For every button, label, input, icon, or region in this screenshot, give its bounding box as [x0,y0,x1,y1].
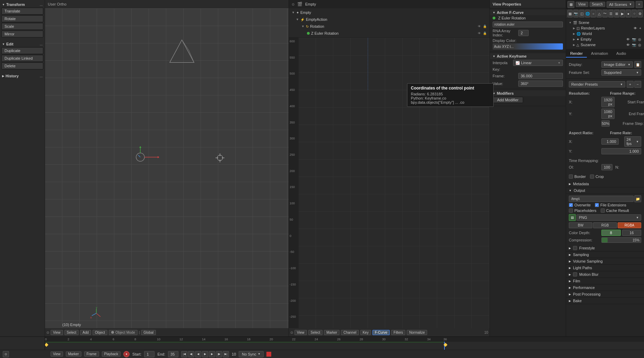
output-path-input[interactable]: /tmp\ [569,196,634,202]
freestyle-chk[interactable] [573,246,577,250]
fc-marker-btn[interactable]: Marker [324,330,339,335]
record-btn[interactable]: ● [123,351,130,357]
value-input[interactable]: 360° [518,80,563,87]
performance-section[interactable]: ▶ Performance [566,284,644,291]
object-mode-dropdown[interactable]: Object Mode [109,330,138,335]
ri-material[interactable]: ● [626,10,631,17]
crop-chk[interactable] [590,174,594,179]
pb-prev-keyframe[interactable]: ◀| [188,351,194,357]
bw-btn[interactable]: BW [569,222,592,228]
pb-view-btn[interactable]: View [51,351,63,357]
depth-16-btn[interactable]: 16 [622,230,642,236]
depth-8-btn[interactable]: 8 [601,230,621,236]
motion-blur-chk[interactable] [573,272,577,276]
rp-remove-btn[interactable]: − [634,81,641,88]
sampling-section[interactable]: ▶ Sampling [566,252,644,258]
post-processing-section[interactable]: ▶ Post Processing [566,291,644,298]
tab-audio[interactable]: Audio [612,50,630,58]
color-bar[interactable]: Auto XYZ t... [493,43,563,50]
vp-view-btn[interactable]: View [51,330,63,335]
ri-world[interactable]: 🌐 [585,10,590,17]
rgba-btn[interactable]: RGBA [618,222,641,228]
pb-prev-frame[interactable]: ◀ [195,351,201,357]
file-ext-chk[interactable]: ✓ [595,203,599,207]
duplicate-button[interactable]: Duplicate [1,47,43,54]
compression-bar[interactable]: 15% [601,237,641,243]
pb-marker-btn[interactable]: Marker [66,351,81,357]
pb-play[interactable]: ▶ [202,351,208,357]
scene-item-world[interactable]: ▶ 🌐 World [567,31,643,36]
scene-item-scene[interactable]: ▼ 🎬 Scene [567,20,643,25]
scene-item-empty[interactable]: ▶ ✦ Empty 👁 📷 ◎ [567,36,643,42]
time-old-input[interactable]: 100 [601,164,612,170]
bake-section[interactable]: ▶ Bake [566,298,644,304]
light-paths-section[interactable]: ▶ Light Paths [566,265,644,271]
tree-item-emptyaction[interactable]: ▼ ⚡ EmptyAction [289,16,489,23]
all-scenes-dropdown[interactable]: All Scenes ▼ [607,1,634,8]
res-y-input[interactable]: 1080 px [601,109,615,119]
format-icon-btn[interactable]: ▤ [569,214,576,221]
fc-key-btn[interactable]: Key [360,330,371,335]
fc-select-btn[interactable]: Select [308,330,323,335]
start-frame-input[interactable]: 1 [144,351,155,357]
mirror-button[interactable]: Mirror [1,31,43,37]
frame-input[interactable]: 36.000 [518,73,563,79]
rgb-btn[interactable]: RGB [593,222,617,228]
pb-jump-end[interactable]: ▶| [223,351,229,357]
render-presets-dropdown[interactable]: Render Presets ▼ [569,81,625,87]
vp-object-btn[interactable]: Object [92,330,107,335]
ri-hair[interactable]: ☰ [608,10,614,17]
ri-mesh[interactable]: △ [597,10,602,17]
film-section[interactable]: ▶ Film [566,278,644,284]
pb-icon1[interactable]: ⊙ [3,351,9,357]
add-modifier-btn[interactable]: Add Modifier [493,97,523,103]
rp-add-btn[interactable]: + [627,81,634,88]
ri-object[interactable]: ○ [591,10,596,17]
display-dropdown[interactable]: Image Editor ▼ [601,61,633,68]
layout-grid-btn[interactable]: ▦ [567,1,574,8]
top-search-btn[interactable]: Search [590,2,606,7]
tree-item-z-euler[interactable]: Z Euler Rotation 👁 🔒 [289,30,489,37]
tree-item-empty[interactable]: ▼ ✦ Empty [289,9,489,16]
ri-particles[interactable]: ⁘ [632,10,637,17]
output-path-browse[interactable]: 📁 [634,195,641,202]
vp-add-btn[interactable]: Add [80,330,91,335]
rna-array-input[interactable]: 2 [518,30,529,36]
end-frame-input[interactable]: 35 [168,351,178,357]
fc-normalize-btn[interactable]: Normalize [407,330,427,335]
motion-blur-section[interactable]: ▶ Motion Blur [566,271,644,278]
freestyle-section[interactable]: ▶ Freestyle [566,245,644,252]
translate-button[interactable]: Translate [1,8,43,15]
ri-grid[interactable]: ▦ [567,10,573,17]
border-chk[interactable] [569,174,573,179]
pb-next-frame[interactable]: ▶ [209,351,215,357]
ri-physics[interactable]: ⚙ [637,10,643,17]
vol-sampling-section[interactable]: ▶ Volume Sampling [566,258,644,265]
rotate-button[interactable]: Rotate [1,15,43,22]
res-x-input[interactable]: 1920 px [601,97,615,107]
aspect-x-input[interactable]: 1.000 [601,138,619,145]
interp-dropdown[interactable]: 📈 Linear ▼ [513,60,563,66]
format-dropdown[interactable]: PNG ▼ [576,214,641,221]
fc-channel-btn[interactable]: Channel [341,330,359,335]
fc-filters-btn[interactable]: Filters [391,330,405,335]
scene-item-renderlayers[interactable]: ▶ ◫ RenderLayers 👁 + [567,25,643,31]
overwrite-chk[interactable]: ✓ [569,203,573,207]
pb-playback-btn[interactable]: Playback [102,351,121,357]
delete-button[interactable]: Delete [1,62,43,69]
output-header[interactable]: ▼ Output [566,187,644,194]
metadata-section[interactable]: ▶ Metadata [566,181,644,187]
feature-set-dropdown[interactable]: Supported ▼ [601,69,641,76]
cache-chk[interactable] [601,208,605,213]
scene-item-suzanne[interactable]: ▶ △ Suzanne 👁 📷 ◎ [567,42,643,48]
sync-dropdown[interactable]: No Sync ▼ [239,351,264,357]
ri-constraint[interactable]: ⊠ [614,10,619,17]
vp-select-btn[interactable]: Select [64,330,79,335]
fc-view-btn[interactable]: View [294,330,307,335]
framerate-dropdown[interactable]: 24 fps ▼ [624,136,642,147]
ri-anim[interactable]: ▶ [620,10,625,17]
pb-jump-start[interactable]: |◀ [181,351,187,357]
tab-render[interactable]: Render [566,50,587,58]
ri-layers[interactable]: ◫ [579,10,584,17]
vp-global-btn[interactable]: Global [141,330,156,335]
